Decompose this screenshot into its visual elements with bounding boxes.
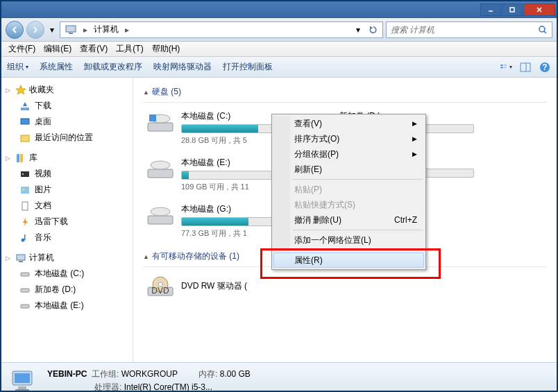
- organize-button[interactable]: 组织▾: [7, 61, 28, 73]
- help-button[interactable]: ?: [539, 61, 551, 74]
- preview-pane-button[interactable]: [519, 61, 532, 74]
- svg-rect-8: [500, 65, 502, 66]
- search-input[interactable]: [391, 25, 538, 35]
- close-button[interactable]: [523, 3, 555, 16]
- nav-forward-button[interactable]: [26, 21, 44, 39]
- pc-name: YEBIN-PC: [47, 369, 87, 379]
- ctx-group[interactable]: 分组依据(P)▶: [273, 146, 424, 162]
- svg-rect-35: [21, 305, 29, 308]
- favorites-group[interactable]: ▷收藏夹: [1, 82, 133, 98]
- breadcrumb-sep[interactable]: ▸: [121, 25, 133, 35]
- svg-rect-48: [15, 373, 30, 383]
- library-icon: [15, 153, 26, 164]
- refresh-button[interactable]: [366, 22, 381, 37]
- svg-rect-23: [21, 171, 29, 177]
- star-icon: [15, 85, 26, 96]
- sidebar-drive-d[interactable]: 新加卷 (D:): [1, 282, 133, 298]
- svg-rect-5: [69, 33, 73, 34]
- menu-view[interactable]: 查看(V): [76, 42, 112, 56]
- svg-rect-1: [510, 8, 514, 12]
- ctx-separator: [293, 250, 423, 250]
- nav-back-button[interactable]: [6, 21, 24, 39]
- sidebar-drive-c[interactable]: 本地磁盘 (C:): [1, 266, 133, 282]
- drive-icon: [145, 157, 176, 182]
- picture-icon: [19, 185, 31, 196]
- drive-icon: [19, 300, 31, 312]
- ctx-sort[interactable]: 排序方式(O)▶: [273, 131, 424, 146]
- svg-rect-22: [20, 154, 23, 162]
- svg-rect-36: [148, 123, 173, 131]
- uninstall-program-button[interactable]: 卸载或更改程序: [84, 61, 142, 73]
- map-network-drive-button[interactable]: 映射网络驱动器: [153, 61, 212, 73]
- svg-marker-28: [23, 218, 28, 226]
- svg-rect-41: [148, 216, 173, 224]
- menu-file[interactable]: 文件(F): [4, 42, 40, 56]
- computer-group[interactable]: ▷计算机: [1, 250, 133, 266]
- svg-rect-25: [21, 187, 29, 194]
- svg-marker-16: [16, 85, 26, 94]
- dvd-icon: DVD: [145, 275, 176, 300]
- svg-rect-34: [21, 289, 29, 292]
- maximize-button[interactable]: [502, 3, 523, 16]
- menu-tools[interactable]: 工具(T): [112, 42, 147, 56]
- search-box[interactable]: [386, 22, 552, 38]
- breadcrumb-computer[interactable]: 计算机: [91, 22, 121, 37]
- svg-line-7: [544, 31, 546, 33]
- svg-text:DVD: DVD: [151, 286, 169, 296]
- ctx-add-network-location[interactable]: 添加一个网络位置(L): [273, 232, 424, 248]
- system-properties-button[interactable]: 系统属性: [40, 61, 73, 73]
- dvd-drive[interactable]: DVD DVD RW 驱动器 (: [143, 273, 323, 302]
- address-dropdown[interactable]: ▾: [350, 22, 366, 37]
- libraries-group[interactable]: ▷库: [1, 150, 133, 166]
- svg-rect-12: [521, 63, 530, 71]
- ctx-undo-delete[interactable]: 撤消 删除(U)Ctrl+Z: [273, 212, 424, 228]
- search-icon[interactable]: [538, 25, 548, 35]
- svg-rect-39: [148, 169, 173, 178]
- recent-icon: [19, 133, 31, 144]
- window-titlebar: [1, 1, 557, 18]
- details-pane: YEBIN-PC 工作组: WORKGROUP 内存: 8.00 GB 处理器:…: [1, 362, 557, 392]
- ctx-properties[interactable]: 属性(R): [273, 253, 424, 268]
- ctx-paste-shortcut[interactable]: 粘贴快捷方式(S): [273, 197, 424, 212]
- svg-point-42: [151, 207, 170, 216]
- address-bar[interactable]: ▸ 计算机 ▸ ▾: [60, 22, 383, 38]
- sidebar-video[interactable]: 视频: [1, 166, 133, 182]
- ctx-paste[interactable]: 粘贴(P): [273, 182, 424, 197]
- sidebar-downloads[interactable]: 下载: [1, 98, 133, 114]
- menu-bar: 文件(F) 编辑(E) 查看(V) 工具(T) 帮助(H): [1, 42, 557, 57]
- svg-marker-18: [23, 102, 27, 106]
- nav-history-dropdown[interactable]: ▾: [47, 22, 57, 37]
- svg-point-6: [539, 26, 545, 32]
- sidebar-recent[interactable]: 最近访问的位置: [1, 130, 133, 146]
- svg-rect-50: [15, 389, 29, 391]
- computer-icon: [10, 367, 39, 393]
- svg-rect-30: [24, 235, 26, 240]
- sidebar-thunder[interactable]: 迅雷下载: [1, 214, 133, 230]
- music-icon: [19, 232, 31, 244]
- ctx-separator: [293, 179, 423, 180]
- svg-rect-4: [66, 26, 76, 32]
- svg-rect-17: [21, 108, 29, 110]
- command-bar: 组织▾ 系统属性 卸载或更改程序 映射网络驱动器 打开控制面板 ▾ ?: [1, 57, 557, 78]
- sidebar-pictures[interactable]: 图片: [1, 182, 133, 198]
- thunder-icon: [19, 216, 31, 228]
- desktop-icon: [19, 117, 31, 128]
- view-options-button[interactable]: ▾: [500, 61, 512, 74]
- sidebar-desktop[interactable]: 桌面: [1, 114, 133, 130]
- sidebar-drive-e[interactable]: 本地磁盘 (E:): [1, 298, 133, 314]
- svg-point-26: [23, 188, 25, 190]
- sidebar-documents[interactable]: 文档: [1, 198, 133, 214]
- breadcrumb-root-sep[interactable]: ▸: [80, 25, 91, 35]
- sidebar-music[interactable]: 音乐: [1, 230, 133, 246]
- svg-text:?: ?: [542, 62, 547, 72]
- navigation-pane: ▷收藏夹 下载 桌面 最近访问的位置 ▷库 视频 图片 文档 迅雷下载 音乐 ▷…: [1, 78, 133, 362]
- hdd-section-header[interactable]: ▲硬盘 (5): [143, 83, 547, 103]
- ctx-refresh[interactable]: 刷新(E): [273, 162, 424, 177]
- minimize-button[interactable]: [480, 3, 501, 16]
- open-control-panel-button[interactable]: 打开控制面板: [223, 61, 273, 73]
- menu-help[interactable]: 帮助(H): [148, 42, 185, 56]
- menu-edit[interactable]: 编辑(E): [40, 42, 76, 56]
- video-icon: [19, 169, 31, 180]
- svg-rect-49: [18, 386, 26, 389]
- ctx-view[interactable]: 查看(V)▶: [273, 116, 424, 131]
